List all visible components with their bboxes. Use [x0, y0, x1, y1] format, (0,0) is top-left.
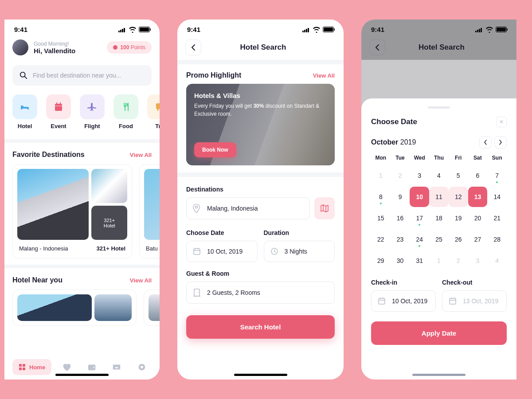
calendar-day[interactable]: 30 — [391, 250, 410, 271]
calendar-day[interactable]: 24 — [410, 229, 429, 250]
header: Hotel Search — [177, 35, 344, 60]
category-flight[interactable]: Flight — [80, 94, 105, 129]
hotel-card[interactable] — [144, 289, 160, 326]
destination-card[interactable]: Batu - — [139, 164, 160, 258]
calendar-day[interactable]: 27 — [468, 229, 488, 250]
points-count: 100 — [120, 44, 129, 51]
calendar-day[interactable]: 4 — [487, 250, 507, 271]
heart-icon — [62, 362, 71, 372]
category-event[interactable]: Event — [46, 94, 71, 129]
calendar-day[interactable]: 20 — [468, 208, 488, 228]
checkout-input[interactable]: 13 Oct, 2019 — [442, 290, 507, 312]
destination-name: Malang - Indonesia — [19, 245, 68, 252]
calendar-day[interactable]: 14 — [487, 187, 507, 207]
calendar-day[interactable]: 10 — [410, 187, 429, 207]
close-button[interactable]: ✕ — [496, 117, 507, 127]
date-value: 10 Oct, 2019 — [207, 248, 243, 255]
battery-icon — [496, 27, 507, 32]
checkin-value: 10 Oct, 2019 — [392, 297, 427, 305]
svg-point-16 — [196, 206, 198, 208]
tab-inbox[interactable] — [107, 362, 126, 372]
calendar-day[interactable]: 18 — [429, 208, 449, 228]
svg-rect-11 — [23, 368, 25, 370]
calendar-day[interactable]: 2 — [449, 250, 468, 271]
header: Hotel Search — [361, 35, 516, 60]
calendar-day[interactable]: 28 — [487, 229, 507, 250]
grab-handle[interactable] — [428, 106, 450, 109]
event-dot — [496, 181, 498, 183]
calendar-day[interactable]: 9 — [391, 187, 410, 207]
checkin-input[interactable]: 10 Oct, 2019 — [371, 290, 436, 312]
calendar-day[interactable]: 5 — [449, 165, 468, 186]
status-icons — [118, 27, 150, 33]
screen-home: 9:41 Good Morning! Hi, Vallendito 100 Po… — [4, 20, 160, 379]
apply-date-button[interactable]: Apply Date — [371, 321, 507, 345]
calendar-day[interactable]: 31 — [410, 250, 429, 271]
signal-icon — [302, 27, 310, 32]
calendar-day[interactable]: 21 — [487, 208, 507, 228]
calendar-day[interactable]: 3 — [468, 250, 488, 271]
calendar-day[interactable]: 1 — [429, 250, 449, 271]
calendar-day[interactable]: 4 — [429, 165, 449, 186]
tab-settings[interactable] — [132, 362, 152, 372]
greeting: Good Morning! Hi, Vallendito — [34, 41, 102, 55]
hotel-card[interactable] — [12, 289, 137, 326]
back-button[interactable] — [185, 39, 201, 55]
category-hotel[interactable]: Hotel — [12, 94, 37, 129]
calendar-day[interactable]: 2 — [391, 165, 410, 186]
tab-wallet[interactable] — [82, 362, 102, 372]
view-all-link[interactable]: View All — [130, 277, 152, 284]
svg-point-13 — [93, 367, 94, 368]
calendar-day[interactable]: 25 — [429, 229, 449, 250]
destination-image — [17, 169, 89, 240]
avatar[interactable] — [12, 39, 28, 55]
calendar-day[interactable]: 6 — [468, 165, 488, 186]
battery-icon — [323, 27, 334, 32]
search-hotel-button[interactable]: Search Hotel — [186, 315, 335, 339]
gear-icon — [137, 362, 147, 372]
date-sheet: Choose Date ✕ October 2019 MonTueWedThuF… — [361, 98, 516, 379]
calendar-day[interactable]: 23 — [391, 229, 410, 250]
view-all-link[interactable]: View All — [130, 152, 152, 158]
calendar-day[interactable]: 16 — [391, 208, 410, 228]
calendar-day[interactable]: 26 — [449, 229, 468, 250]
duration-input[interactable]: 3 Nights — [264, 241, 335, 262]
back-button[interactable] — [369, 39, 385, 55]
search-input[interactable]: Find best destination near you... — [12, 65, 152, 86]
category-food[interactable]: Food — [113, 94, 138, 129]
calendar-day[interactable]: 19 — [449, 208, 468, 228]
calendar-day[interactable]: 1 — [371, 165, 391, 186]
signal-icon — [475, 27, 483, 32]
destination-card[interactable]: 321+ Hotel Malang - Indonesia 321+ Hotel — [12, 164, 132, 258]
prev-month-button[interactable] — [479, 136, 492, 149]
calendar-day[interactable]: 12 — [449, 187, 468, 207]
status-icons — [475, 27, 507, 33]
destination-count: 321+ Hotel — [97, 245, 125, 252]
category-tra[interactable]: Tra — [147, 94, 160, 129]
calendar-week: 891011121314 — [371, 187, 507, 207]
book-now-button[interactable]: Book Now — [194, 142, 236, 157]
calendar-day[interactable]: 15 — [371, 208, 391, 228]
next-month-button[interactable] — [494, 136, 507, 149]
calendar-day[interactable]: 7 — [487, 165, 507, 186]
destination-count-overlay: 321+ Hotel — [91, 206, 127, 240]
guest-input[interactable]: 2 Guests, 2 Rooms — [186, 282, 335, 304]
tab-home[interactable]: Home — [12, 359, 51, 375]
calendar-day[interactable]: 29 — [371, 250, 391, 271]
map-button[interactable] — [314, 197, 335, 219]
calendar-day[interactable]: 3 — [410, 165, 429, 186]
promo-card[interactable]: Hotels & Villas Every Friday you will ge… — [186, 84, 335, 165]
calendar-day[interactable]: 13 — [468, 187, 488, 207]
calendar-day[interactable]: 22 — [371, 229, 391, 250]
points-badge[interactable]: 100 Points — [107, 41, 152, 54]
view-all-link[interactable]: View All — [313, 72, 335, 79]
date-input[interactable]: 10 Oct, 2019 — [186, 241, 258, 262]
calendar-day[interactable]: 8 — [371, 187, 391, 207]
svg-rect-5 — [156, 103, 160, 109]
destination-input[interactable]: Malang, Indonesia — [186, 197, 310, 219]
calendar-day[interactable]: 17 — [410, 208, 429, 228]
svg-rect-3 — [60, 102, 61, 105]
status-bar: 9:41 — [177, 20, 344, 35]
tab-favorites[interactable] — [57, 362, 76, 372]
calendar-day[interactable]: 11 — [429, 187, 449, 207]
